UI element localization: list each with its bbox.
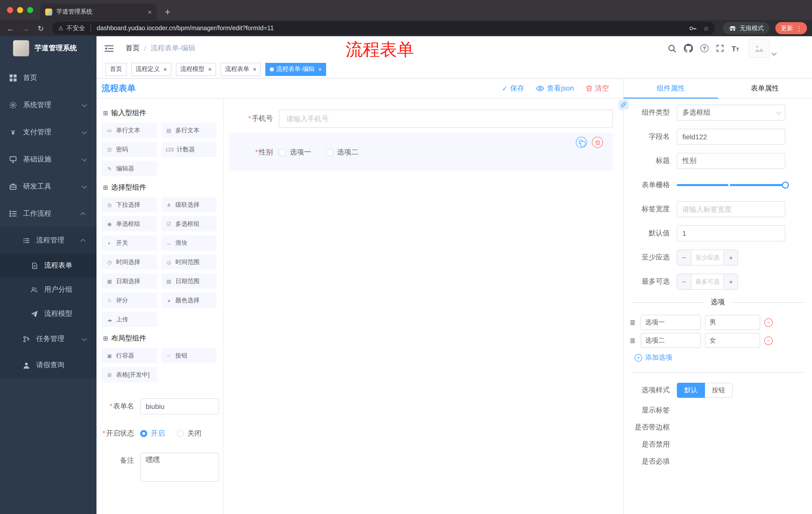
component-item[interactable]: ▭ 单行文本 <box>102 123 157 138</box>
view-tag[interactable]: 流程模型 × <box>176 63 216 76</box>
sidebar-item-process-management[interactable]: 流程管理 <box>0 227 96 253</box>
sidebar-item-home[interactable]: 首页 <box>0 64 96 91</box>
tag-close-icon[interactable]: × <box>163 65 167 73</box>
component-item[interactable]: ⊡ 密码 <box>102 142 157 157</box>
increase-button[interactable]: + <box>724 250 737 265</box>
help-icon[interactable]: ? <box>700 44 708 52</box>
component-item[interactable]: ▧ 日期范围 <box>161 274 216 289</box>
browser-tab[interactable]: 芋道管理系统 × <box>40 3 157 20</box>
tag-close-icon[interactable]: × <box>253 65 256 73</box>
option-value-input[interactable] <box>705 315 760 330</box>
component-item[interactable]: ⋔ 级联选择 <box>161 197 216 212</box>
reload-button[interactable]: ↻ <box>34 24 47 32</box>
label-width-input[interactable] <box>677 201 785 217</box>
tab-form-props[interactable]: 表单属性 <box>718 78 812 98</box>
sidebar-item-system[interactable]: 系统管理 <box>0 91 96 119</box>
style-default-button[interactable]: 默认 <box>677 383 705 398</box>
component-item[interactable]: ▤ 多行文本 <box>161 123 216 138</box>
component-item[interactable]: ☆ 评分 <box>102 293 157 308</box>
option-value-input[interactable] <box>705 333 760 348</box>
sidebar-item-process-model[interactable]: 流程模型 <box>0 302 96 326</box>
drag-handle-icon[interactable]: ≣ <box>629 318 637 326</box>
security-warning-icon[interactable]: ⚠ <box>58 25 63 31</box>
remove-option-icon[interactable]: − <box>764 318 773 327</box>
component-item[interactable]: ◶ 时间范围 <box>161 254 216 270</box>
form-name-input[interactable] <box>140 398 219 414</box>
status-off-radio[interactable]: 关闭 <box>177 429 202 438</box>
add-option-button[interactable]: + 添加选项 <box>624 353 812 362</box>
search-icon[interactable] <box>668 44 676 53</box>
component-item[interactable]: ◷ 时间选择 <box>102 254 157 270</box>
tab-component-props[interactable]: 组件属性 <box>624 78 718 98</box>
view-tag[interactable]: 首页 × <box>106 63 127 76</box>
sidebar-logo[interactable]: 芋道管理系统 <box>0 36 96 60</box>
sidebar-collapse-icon[interactable] <box>105 45 114 52</box>
view-tag[interactable]: 流程表单 × <box>221 63 261 76</box>
slider-handle[interactable] <box>782 182 789 189</box>
component-item[interactable]: ◕ 颜色选择 <box>161 293 216 308</box>
view-tag[interactable]: 流程表单-编辑 × <box>265 63 326 76</box>
decrease-button[interactable]: − <box>677 274 691 289</box>
max-select-field[interactable]: 最多可选 <box>691 274 724 289</box>
grid-slider[interactable] <box>677 177 785 193</box>
component-item[interactable]: ▦ 日期选择 <box>102 274 157 289</box>
url-text[interactable]: dashboard.yudao.iocoder.cn/bpm/manager/f… <box>97 25 682 32</box>
phone-field-row[interactable]: *手机号 <box>229 110 613 128</box>
component-item[interactable]: ↔ 滑块 <box>161 235 216 250</box>
view-json-button[interactable]: 查看json <box>536 84 574 93</box>
breadcrumb-root[interactable]: 首页 <box>126 44 140 53</box>
gender-option-checkbox[interactable]: 选项一 <box>279 148 311 157</box>
tab-close-icon[interactable]: × <box>148 8 152 16</box>
option-name-input[interactable] <box>641 333 701 348</box>
tag-close-icon[interactable]: × <box>318 65 322 73</box>
drag-handle-icon[interactable]: ≣ <box>629 336 637 345</box>
sidebar-item-devtools[interactable]: 研发工具 <box>0 173 96 200</box>
component-item[interactable]: ☑ 多选框组 <box>161 216 216 231</box>
component-item[interactable]: ☁ 上传 <box>102 312 157 327</box>
font-size-icon[interactable]: TT <box>731 45 739 52</box>
github-icon[interactable] <box>684 44 693 53</box>
increase-button[interactable]: + <box>724 274 737 289</box>
sidebar-item-task-management[interactable]: 任务管理 <box>0 326 96 352</box>
option-name-input[interactable] <box>641 315 701 330</box>
title-input[interactable] <box>677 153 785 169</box>
min-select-field[interactable]: 至少应选 <box>691 250 724 265</box>
close-window-button[interactable] <box>7 7 13 13</box>
component-item[interactable]: ⊞ 表格[开发中] <box>102 367 157 382</box>
decrease-button[interactable]: − <box>677 250 691 265</box>
bookmark-star-icon[interactable]: ☆ <box>703 24 709 32</box>
field-name-input[interactable] <box>677 129 785 145</box>
component-item[interactable]: ◉ 单选框组 <box>102 216 157 231</box>
user-avatar[interactable] <box>749 39 776 58</box>
delete-component-icon[interactable] <box>592 137 603 148</box>
gender-field-selected[interactable]: *性别 选项一 <box>229 133 613 171</box>
clear-button[interactable]: 清空 <box>586 84 609 93</box>
component-item[interactable]: 123 计数器 <box>161 142 216 157</box>
remark-textarea[interactable]: 嘿嘿 <box>140 453 219 482</box>
maximize-window-button[interactable] <box>27 7 33 13</box>
remove-option-icon[interactable]: − <box>764 336 773 345</box>
component-item[interactable]: ▣ 行容器 <box>102 348 157 363</box>
copy-component-icon[interactable] <box>576 137 587 148</box>
password-key-icon[interactable] <box>689 24 696 32</box>
forward-button[interactable]: → <box>19 24 32 32</box>
minimize-window-button[interactable] <box>17 7 23 13</box>
update-button[interactable]: 更新 ⋮ <box>775 22 807 34</box>
style-button-button[interactable]: 按钮 <box>705 383 733 398</box>
component-item[interactable]: ◎ 下拉选择 <box>102 197 157 212</box>
component-item[interactable]: ☞ 按钮 <box>161 348 216 363</box>
default-value-input[interactable] <box>677 225 785 241</box>
status-on-radio[interactable]: 开启 <box>140 429 165 438</box>
sidebar-item-infrastructure[interactable]: 基础设施 <box>0 146 96 173</box>
new-tab-button[interactable]: + <box>165 7 170 17</box>
component-item[interactable]: ✎ 编辑器 <box>102 161 157 176</box>
back-button[interactable]: ← <box>4 24 17 32</box>
sidebar-item-user-group[interactable]: 用户分组 <box>0 278 96 302</box>
phone-input[interactable] <box>279 110 613 128</box>
tag-close-icon[interactable]: × <box>208 65 211 73</box>
sidebar-item-process-form[interactable]: 流程表单 <box>0 253 96 278</box>
address-bar[interactable]: ⚠ 不安全 dashboard.yudao.iocoder.cn/bpm/man… <box>52 22 715 35</box>
gender-option-checkbox[interactable]: 选项二 <box>326 148 358 157</box>
sidebar-item-workflow[interactable]: 工作流程 <box>0 200 96 227</box>
link-icon[interactable] <box>618 100 629 110</box>
